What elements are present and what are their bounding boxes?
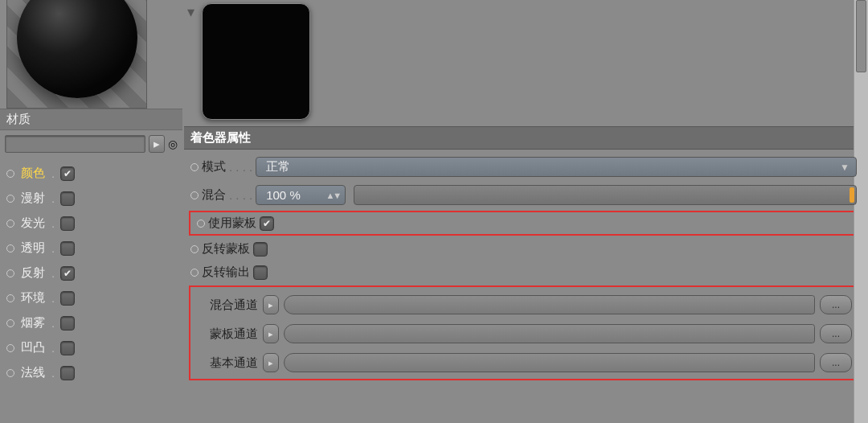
channel-label: 法线 (21, 365, 45, 380)
invert-mask-row: 反转蒙板 (184, 237, 863, 261)
bullet-icon (6, 294, 14, 302)
shader-properties-title: 着色器属性 (184, 126, 863, 150)
invert-mask-checkbox[interactable] (253, 242, 268, 257)
left-panel: 材质 ▸ ◎ 颜色.漫射.发光.透明.反射.环境.烟雾.凹凸.法线. (0, 0, 182, 423)
bullet-icon (6, 170, 14, 178)
collapse-arrow-icon[interactable]: ▾ (184, 0, 197, 21)
channel-label: 环境 (21, 290, 45, 306)
mix-value-input[interactable]: 100 % ▲▼ (256, 185, 346, 205)
dropdown-arrow-button[interactable]: ▸ (149, 135, 165, 153)
bullet-icon (6, 369, 14, 377)
bullet-icon (6, 269, 14, 277)
mix-row: 混合 . . . . 100 % ▲▼ (184, 181, 863, 209)
channel-checkbox[interactable] (60, 366, 75, 380)
invert-output-checkbox[interactable] (253, 265, 268, 280)
dots: . (51, 291, 54, 305)
scrollbar-thumb[interactable] (856, 0, 866, 72)
channel-checkbox[interactable] (60, 166, 75, 181)
channel-row[interactable]: 颜色. (6, 161, 176, 186)
use-mask-label: 使用蒙板 (208, 216, 256, 231)
invert-output-row: 反转输出 (184, 261, 863, 284)
slider-handle[interactable] (850, 187, 854, 203)
base-channel-row: 基本通道 ▸ ... (194, 348, 854, 377)
channel-label: 烟雾 (21, 315, 45, 331)
bullet-icon (197, 220, 205, 228)
right-panel: ▾ 着色器属性 模式 . . . . 正常 ▼ 混合 . . . . 100 % (182, 0, 868, 423)
channel-row[interactable]: 烟雾. (6, 310, 176, 335)
mode-label: 模式 (202, 159, 226, 175)
highlight-box-channels: 混合通道 ▸ ... 蒙板通道 ▸ ... 基本通道 ▸ ... (189, 285, 858, 380)
color-picker-icon[interactable]: ◎ (168, 138, 178, 150)
dots: . (51, 241, 54, 255)
bullet-icon (190, 191, 199, 199)
channel-checkbox[interactable] (60, 341, 75, 355)
channel-row[interactable]: 漫射. (6, 186, 176, 211)
material-name-input[interactable] (5, 135, 145, 153)
bullet-icon (190, 163, 199, 171)
base-channel-browse-button[interactable]: ... (820, 353, 852, 372)
mix-channel-browse-button[interactable]: ... (820, 295, 852, 314)
bullet-icon (190, 245, 199, 253)
mix-label: 混合 (202, 187, 226, 203)
dots: . (51, 166, 54, 180)
channel-row[interactable]: 环境. (6, 285, 176, 310)
dots: . (51, 266, 54, 280)
material-preview-sphere (17, 0, 137, 98)
channel-label: 凹凸 (21, 340, 45, 355)
vertical-scrollbar[interactable] (854, 0, 868, 423)
channel-checkbox[interactable] (60, 316, 75, 331)
bullet-icon (190, 269, 199, 277)
dots: . (51, 316, 54, 330)
app-root: 材质 ▸ ◎ 颜色.漫射.发光.透明.反射.环境.烟雾.凹凸.法线. ▾ 着色器… (0, 0, 868, 423)
mix-channel-expand-button[interactable]: ▸ (263, 295, 279, 314)
mix-slider[interactable] (354, 185, 857, 205)
channel-checkbox[interactable] (60, 266, 75, 281)
mask-channel-field[interactable] (284, 324, 815, 343)
channel-row[interactable]: 反射. (6, 261, 176, 285)
use-mask-checkbox[interactable] (260, 216, 274, 231)
mix-channel-row: 混合通道 ▸ ... (194, 290, 854, 319)
mix-channel-label: 混合通道 (210, 298, 258, 313)
channel-label: 发光 (21, 216, 45, 231)
bullet-icon (6, 244, 14, 253)
dots: . (51, 191, 54, 205)
channel-label: 透明 (21, 240, 45, 256)
channel-label: 漫射 (21, 191, 45, 206)
shader-properties: 模式 . . . . 正常 ▼ 混合 . . . . 100 % ▲▼ (184, 150, 863, 382)
channel-checkbox[interactable] (60, 291, 75, 306)
mode-dropdown[interactable]: 正常 ▼ (256, 157, 857, 177)
channel-row[interactable]: 法线. (6, 360, 176, 385)
channel-checkbox[interactable] (60, 241, 75, 256)
channel-label: 颜色 (21, 166, 45, 181)
channel-checkbox[interactable] (60, 216, 75, 231)
bullet-icon (6, 319, 14, 327)
chevron-right-icon: ▸ (154, 137, 160, 151)
dots: . . . . (229, 160, 252, 174)
bullet-icon (6, 344, 14, 352)
material-name-row: ▸ ◎ (0, 130, 182, 158)
invert-output-label: 反转输出 (202, 265, 250, 280)
channel-checkbox[interactable] (60, 191, 75, 206)
mode-row: 模式 . . . . 正常 ▼ (184, 153, 863, 181)
dots: . (51, 216, 54, 230)
spinner-icon[interactable]: ▲▼ (326, 191, 340, 200)
mask-channel-expand-button[interactable]: ▸ (263, 324, 279, 343)
bullet-icon (6, 220, 14, 228)
channel-row[interactable]: 凹凸. (6, 335, 176, 360)
mix-channel-field[interactable] (284, 295, 815, 314)
channel-row[interactable]: 发光. (6, 211, 176, 236)
channel-row[interactable]: 透明. (6, 236, 176, 261)
mask-channel-label: 蒙板通道 (210, 326, 258, 342)
invert-mask-label: 反转蒙板 (202, 241, 250, 257)
mask-channel-browse-button[interactable]: ... (820, 324, 852, 343)
base-channel-field[interactable] (284, 353, 815, 372)
highlight-box-use-mask: 使用蒙板 (189, 211, 858, 236)
mask-channel-row: 蒙板通道 ▸ ... (194, 319, 854, 348)
base-channel-expand-button[interactable]: ▸ (263, 353, 279, 372)
texture-preview[interactable] (202, 3, 310, 120)
material-preview[interactable] (6, 0, 147, 109)
channel-label: 反射 (21, 265, 45, 281)
base-channel-label: 基本通道 (210, 355, 258, 371)
dots: . (51, 341, 54, 355)
channel-list: 颜色.漫射.发光.透明.反射.环境.烟雾.凹凸.法线. (0, 158, 182, 385)
